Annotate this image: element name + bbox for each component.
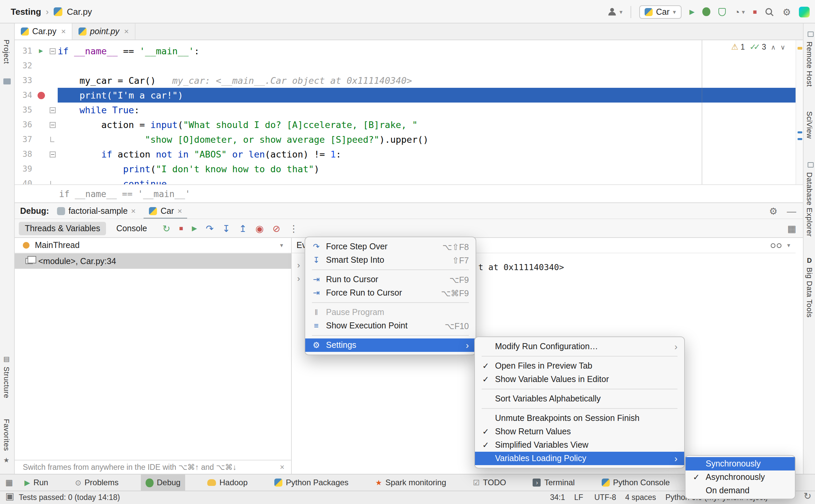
code-line[interactable]: 34 print("I'm a car!") xyxy=(15,88,796,103)
tool-window-button-debug[interactable]: Debug xyxy=(141,474,185,491)
menu-item-force-run-to-cursor[interactable]: ⇥Force Run to Cursor⌥⌘F9 xyxy=(305,286,476,300)
code-line[interactable]: 31▶if __name__ == '__main__': xyxy=(15,44,796,58)
code-text[interactable] xyxy=(58,58,796,73)
fold-column[interactable] xyxy=(47,58,58,73)
fold-icon[interactable] xyxy=(49,122,55,128)
tool-window-button-problems[interactable]: ⊙Problems xyxy=(70,474,123,491)
tool-window-button-todo[interactable]: ☑TODO xyxy=(468,474,511,491)
close-icon[interactable]: × xyxy=(131,206,136,215)
stop-button[interactable]: ■ xyxy=(753,8,757,15)
editor-tab-point[interactable]: point.py × xyxy=(72,23,135,40)
context-breadcrumb[interactable]: if __name__ == '__main__' xyxy=(59,189,190,199)
menu-item-variables-loading-policy[interactable]: Variables Loading Policy› xyxy=(475,452,684,465)
tool-strip-big-data-tools[interactable]: Big Data Tools xyxy=(806,267,814,318)
code-text[interactable]: print("I'm a car!") xyxy=(58,88,796,103)
menu-item-show-variable-values-in-editor[interactable]: ✓Show Variable Values in Editor xyxy=(475,373,684,386)
tool-strip-sciview[interactable]: SciView xyxy=(806,111,814,139)
tool-window-button-python-packages[interactable]: Python Packages xyxy=(270,474,353,491)
minimize-icon[interactable]: — xyxy=(787,206,796,215)
run-configuration-select[interactable]: Car ▾ xyxy=(639,5,681,18)
menu-item-modify-run-configuration[interactable]: Modify Run Configuration…› xyxy=(475,340,684,353)
prev-problem-icon[interactable]: ∧ xyxy=(771,43,776,51)
menu-item-pause-program[interactable]: ‖Pause Program xyxy=(305,306,476,319)
close-icon[interactable]: × xyxy=(61,27,66,36)
mute-breakpoints-icon[interactable]: ⊘ xyxy=(272,224,280,233)
fold-icon[interactable] xyxy=(49,48,55,54)
stripe-info-mark[interactable] xyxy=(798,138,802,140)
tab-console[interactable]: Console xyxy=(110,222,153,235)
code-editor[interactable]: 31▶if __name__ == '__main__':3233 my_car… xyxy=(15,40,796,184)
menu-item-show-execution-point[interactable]: ≡Show Execution Point⌥F10 xyxy=(305,319,476,332)
rerun-icon[interactable]: ↻ xyxy=(162,224,170,233)
close-icon[interactable]: × xyxy=(280,463,284,471)
fold-column[interactable] xyxy=(47,103,58,117)
more-actions-icon[interactable]: ⋮ xyxy=(289,224,298,233)
breadcrumb-project[interactable]: Testing xyxy=(11,6,41,16)
breakpoint-icon[interactable] xyxy=(37,91,45,99)
next-problem-icon[interactable]: ∨ xyxy=(780,43,785,51)
menu-item-sort-variables-alphabetically[interactable]: Sort Variables Alphabetically xyxy=(475,392,684,405)
code-line[interactable]: 37 "show [O]dometer, or show average [S]… xyxy=(15,132,796,147)
code-line[interactable]: 40 continue xyxy=(15,176,796,184)
tool-window-button-spark-monitoring[interactable]: ★Spark monitoring xyxy=(371,474,451,491)
chevron-down-icon[interactable]: ▾ xyxy=(280,242,283,249)
status-message[interactable]: Tests passed: 0 (today 14:18) xyxy=(19,491,120,504)
debug-button[interactable] xyxy=(703,7,711,16)
fold-column[interactable] xyxy=(47,117,58,132)
session-tab-factorial-sample[interactable]: factorial-sample × xyxy=(52,203,141,219)
tool-strip-structure[interactable]: Structure xyxy=(3,367,11,398)
fold-column[interactable] xyxy=(47,132,58,147)
update-icon[interactable]: ↻ xyxy=(804,491,811,501)
code-text[interactable]: "show [O]dometer, or show average [S]pee… xyxy=(58,132,796,147)
tool-strip-remote-host[interactable]: Remote Host xyxy=(806,42,814,87)
user-menu[interactable]: ▾ xyxy=(607,7,622,17)
menu-item-show-return-values[interactable]: ✓Show Return Values xyxy=(475,425,684,438)
tab-threads-variables[interactable]: Threads & Variables xyxy=(19,222,106,235)
code-text[interactable]: if __name__ == '__main__': xyxy=(58,44,796,58)
close-icon[interactable]: × xyxy=(124,27,129,36)
tool-window-button-python-console[interactable]: Python Console xyxy=(597,474,674,491)
run-button[interactable]: ▶ xyxy=(689,8,694,15)
coverage-button[interactable] xyxy=(719,8,726,16)
code-text[interactable]: while True: xyxy=(58,103,796,117)
code-text[interactable]: my_car = Car() my_car: <__main__.Car obj… xyxy=(58,73,796,88)
fold-column[interactable] xyxy=(47,88,58,103)
fold-column[interactable] xyxy=(47,147,58,162)
tree-expand-icon[interactable]: › xyxy=(297,273,300,284)
tool-strip-project[interactable]: Project xyxy=(3,40,11,64)
watches-icon[interactable] xyxy=(771,243,782,248)
stripe-warning-mark[interactable] xyxy=(798,47,802,50)
code-line[interactable]: 39 print("I don't know how to do that") xyxy=(15,162,796,176)
menu-item-on-demand[interactable]: On demand xyxy=(686,484,795,497)
code-line[interactable]: 36 action = input("What should I do? [A]… xyxy=(15,117,796,132)
code-text[interactable]: continue xyxy=(58,176,796,184)
breadcrumb-file[interactable]: Car.py xyxy=(67,6,92,16)
profiler-button[interactable]: ◔ ▾ xyxy=(734,7,745,16)
fold-icon[interactable] xyxy=(49,151,55,157)
variable-value-fragment[interactable]: t at 0x111140340> xyxy=(478,260,564,275)
line-ending[interactable]: LF xyxy=(574,491,583,504)
tool-window-button-hadoop[interactable]: Hadoop xyxy=(203,474,252,491)
file-encoding[interactable]: UTF-8 xyxy=(594,491,616,504)
code-text[interactable]: action = input("What should I do? [A]cce… xyxy=(58,117,796,132)
fold-column[interactable] xyxy=(47,44,58,58)
code-text[interactable]: print("I don't know how to do that") xyxy=(58,162,796,176)
menu-item-run-to-cursor[interactable]: ⇥Run to Cursor⌥F9 xyxy=(305,273,476,286)
close-icon[interactable]: × xyxy=(177,206,182,215)
editor-tab-car[interactable]: Car.py × xyxy=(15,23,72,40)
search-icon[interactable] xyxy=(765,7,774,16)
session-tab-car[interactable]: Car × xyxy=(144,203,187,219)
stripe-info-mark[interactable] xyxy=(798,131,802,133)
indent-style[interactable]: 4 spaces xyxy=(625,491,656,504)
tree-expand-icon[interactable]: › xyxy=(297,260,300,270)
menu-item-force-step-over[interactable]: ↷Force Step Over⌥⇧F8 xyxy=(305,240,476,253)
view-breakpoints-icon[interactable]: ◉ xyxy=(256,224,264,233)
editor-error-stripe[interactable] xyxy=(796,40,803,184)
fold-column[interactable] xyxy=(47,73,58,88)
stack-frame-row[interactable]: <module>, Car.py:34 xyxy=(15,253,291,269)
code-text[interactable]: if action not in "ABOS" or len(action) !… xyxy=(58,147,796,162)
tool-window-button-terminal[interactable]: ›Terminal xyxy=(528,474,580,491)
menu-item-asynchronously[interactable]: ✓Asynchronously xyxy=(686,470,795,484)
step-into-icon[interactable]: ↧ xyxy=(222,223,230,234)
tool-window-switcher-icon[interactable]: ▦ xyxy=(5,478,13,487)
